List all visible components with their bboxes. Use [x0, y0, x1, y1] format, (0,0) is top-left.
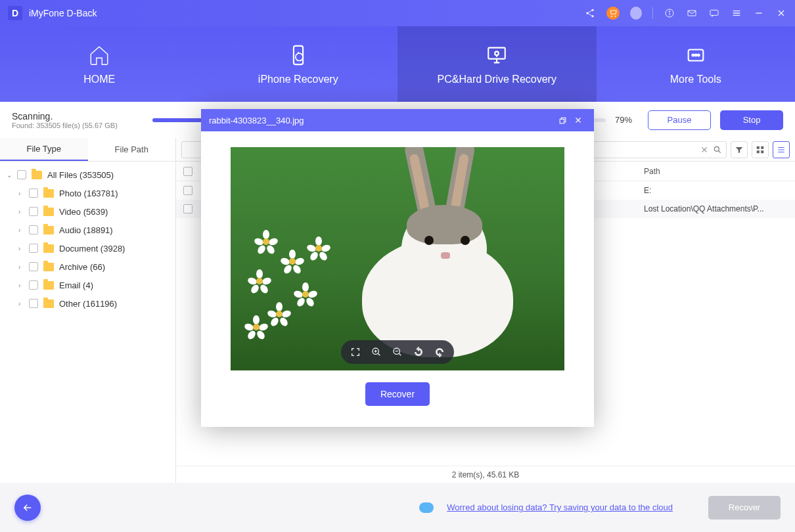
- chevron-right-icon: ›: [18, 282, 26, 289]
- back-button[interactable]: [14, 495, 41, 521]
- pc-icon: [485, 43, 509, 67]
- rotate-left-icon[interactable]: [413, 347, 424, 357]
- checkbox[interactable]: [183, 167, 193, 176]
- image-toolbar: [341, 340, 454, 364]
- tab-filetype[interactable]: File Type: [0, 138, 88, 161]
- modal-close-icon[interactable]: [570, 116, 586, 125]
- svg-point-6: [669, 11, 670, 12]
- app-logo: D: [8, 6, 22, 20]
- progress-percent: 79%: [615, 115, 639, 125]
- folder-icon: [43, 226, 54, 234]
- zoom-out-icon[interactable]: [392, 347, 403, 357]
- folder-icon: [43, 299, 54, 308]
- th-path: Path: [644, 167, 795, 176]
- fullscreen-icon[interactable]: [350, 347, 361, 357]
- tree-label: Other (161196): [59, 299, 117, 309]
- svg-rect-20: [761, 150, 763, 153]
- restore-window-icon[interactable]: [555, 116, 570, 125]
- info-icon[interactable]: [664, 7, 675, 19]
- tree-archive[interactable]: ›Archive (66): [0, 257, 175, 276]
- nav-more[interactable]: More Tools: [597, 26, 796, 102]
- checkbox[interactable]: [17, 170, 26, 179]
- tree-photo[interactable]: ›Photo (163781): [0, 184, 175, 202]
- stop-button[interactable]: Stop: [720, 110, 783, 130]
- chat-icon[interactable]: [708, 7, 720, 19]
- tab-filepath[interactable]: File Path: [88, 138, 176, 161]
- tree-all-files[interactable]: ⌄All Files (353505): [0, 166, 175, 184]
- minimize-icon[interactable]: [753, 7, 765, 19]
- chevron-right-icon: ›: [18, 208, 26, 215]
- checkbox[interactable]: [29, 225, 38, 234]
- cloud-link[interactable]: Worred about losing data? Try saving you…: [447, 502, 673, 512]
- list-view-icon[interactable]: [773, 141, 790, 158]
- modal-body: Recover: [201, 131, 594, 427]
- svg-rect-9: [294, 45, 303, 64]
- mail-icon[interactable]: [686, 7, 698, 19]
- nav-more-label: More Tools: [670, 74, 721, 85]
- checkbox[interactable]: [29, 207, 38, 216]
- checkbox[interactable]: [29, 262, 38, 271]
- nav-home[interactable]: HOME: [0, 26, 199, 102]
- checkbox[interactable]: [29, 188, 38, 198]
- svg-point-3: [611, 16, 612, 17]
- folder-icon: [32, 171, 42, 179]
- main-nav: HOME iPhone Recovery PC&Hard Drive Recov…: [0, 26, 795, 102]
- filter-icon[interactable]: [731, 141, 748, 158]
- nav-iphone[interactable]: iPhone Recovery: [199, 26, 398, 102]
- rotate-right-icon[interactable]: [434, 347, 445, 357]
- folder-icon: [43, 208, 54, 216]
- chevron-right-icon: ›: [18, 245, 26, 252]
- recover-button-footer[interactable]: Recover: [708, 496, 781, 520]
- status-bar: 2 item(s), 45.61 KB: [176, 466, 795, 483]
- svg-rect-18: [761, 146, 763, 148]
- nav-pc[interactable]: PC&Hard Drive Recovery: [398, 26, 597, 102]
- svg-point-11: [495, 51, 499, 55]
- clear-icon[interactable]: [700, 145, 709, 154]
- svg-point-4: [614, 16, 616, 17]
- user-avatar-icon[interactable]: [630, 7, 642, 19]
- status-title: Scanning.: [12, 111, 143, 122]
- folder-icon: [43, 281, 54, 290]
- tree-label: Email (4): [59, 280, 93, 290]
- zoom-in-icon[interactable]: [371, 347, 382, 357]
- tree-audio[interactable]: ›Audio (18891): [0, 221, 175, 239]
- cart-icon[interactable]: [606, 7, 620, 20]
- tree-label: Video (5639): [59, 207, 108, 217]
- chevron-right-icon: ›: [18, 227, 26, 234]
- grid-view-icon[interactable]: [752, 141, 769, 158]
- tree-other[interactable]: ›Other (161196): [0, 294, 175, 313]
- search-icon[interactable]: [713, 145, 722, 154]
- checkbox[interactable]: [183, 204, 193, 213]
- file-tree: ⌄All Files (353505) ›Photo (163781) ›Vid…: [0, 162, 175, 483]
- checkbox[interactable]: [29, 244, 38, 253]
- folder-icon: [43, 244, 54, 253]
- modal-recover-button[interactable]: Recover: [365, 382, 430, 406]
- checkbox[interactable]: [183, 186, 193, 195]
- titlebar: D iMyFone D-Back: [0, 0, 795, 26]
- tree-document[interactable]: ›Document (3928): [0, 239, 175, 257]
- tree-email[interactable]: ›Email (4): [0, 276, 175, 294]
- divider: [652, 7, 653, 19]
- pause-button[interactable]: Pause: [648, 110, 711, 130]
- share-icon[interactable]: [584, 7, 596, 19]
- close-icon[interactable]: [775, 7, 787, 19]
- svg-point-1: [586, 12, 588, 14]
- preview-image: [231, 147, 564, 370]
- tree-label: Photo (163781): [59, 188, 118, 198]
- app-title: iMyFone D-Back: [29, 8, 584, 18]
- svg-rect-8: [710, 10, 718, 15]
- title-icons: [584, 7, 787, 20]
- tree-video[interactable]: ›Video (5639): [0, 202, 175, 221]
- checkbox[interactable]: [29, 280, 38, 290]
- tree-label: Audio (18891): [59, 225, 113, 235]
- checkbox[interactable]: [29, 299, 38, 308]
- menu-icon[interactable]: [731, 7, 742, 19]
- chevron-right-icon: ›: [18, 300, 26, 307]
- svg-point-15: [698, 54, 700, 56]
- svg-point-0: [591, 9, 593, 11]
- iphone-icon: [286, 43, 310, 67]
- modal-title: rabbit-4303823__340.jpg: [209, 116, 555, 125]
- tree-label: All Files (353505): [47, 170, 114, 180]
- th-checkbox: [176, 167, 200, 176]
- cell-path: E:: [644, 186, 795, 195]
